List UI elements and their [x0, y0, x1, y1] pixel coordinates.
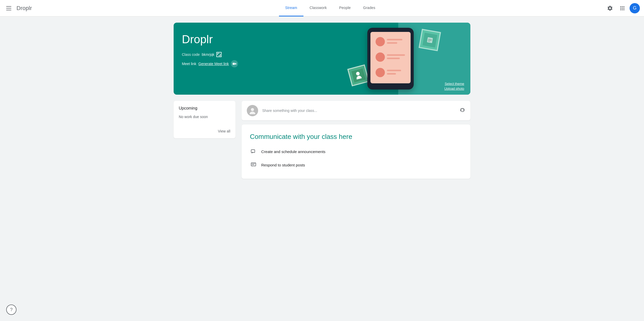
user-avatar[interactable]: G [630, 3, 640, 13]
communicate-title: Communicate with your class here [250, 133, 462, 141]
stamp-2-icon [419, 29, 441, 51]
help-button[interactable]: ? [6, 305, 16, 315]
settings-icon[interactable] [605, 3, 615, 13]
meet-icon[interactable] [231, 60, 238, 67]
meet-link-label: Meet link [182, 62, 196, 66]
banner-class-name: Droplr [182, 33, 238, 46]
banner-meet-link-row: Meet link Generate Meet link [182, 60, 238, 67]
refresh-icon[interactable] [460, 107, 465, 114]
upcoming-title: Upcoming [179, 106, 230, 111]
tab-stream[interactable]: Stream [279, 0, 303, 16]
respond-text: Respond to student posts [261, 163, 305, 167]
banner-text-area: Droplr Class code bkmrjqk Meet link Gene… [182, 33, 238, 67]
generate-meet-link[interactable]: Generate Meet link [198, 62, 229, 66]
svg-point-8 [623, 9, 624, 10]
svg-point-0 [620, 6, 621, 7]
phone-line-4 [387, 58, 400, 59]
expand-code-icon[interactable] [216, 52, 222, 57]
communicate-card: Communicate with your class here Create … [242, 124, 470, 179]
svg-rect-17 [251, 163, 256, 166]
tab-people[interactable]: People [333, 0, 357, 16]
banner-class-code-row: Class code bkmrjqk [182, 52, 238, 57]
upload-photo-button[interactable]: Upload photo [444, 87, 464, 91]
menu-button[interactable] [4, 4, 13, 12]
share-input[interactable]: Share something with your class... [262, 109, 455, 113]
svg-point-3 [620, 8, 621, 9]
apps-icon[interactable] [617, 3, 628, 13]
upcoming-card: Upcoming No work due soon View all [174, 101, 235, 138]
app-title: Droplr [16, 5, 32, 12]
phone-line-5 [387, 70, 401, 71]
svg-point-15 [250, 112, 255, 114]
phone-illustration [367, 28, 414, 90]
header-left: Droplr [4, 4, 56, 12]
class-code-value[interactable]: bkmrjqk [202, 52, 214, 57]
svg-line-12 [428, 41, 430, 41]
announcement-text: Create and schedule announcements [261, 149, 325, 154]
announcement-icon [250, 148, 257, 155]
main-nav: Stream Classwork People Grades [56, 0, 605, 16]
phone-line-3 [387, 54, 405, 56]
svg-point-2 [623, 6, 624, 7]
svg-point-5 [623, 8, 624, 9]
svg-rect-13 [233, 63, 235, 65]
phone-avatar-3 [376, 68, 385, 77]
communicate-item-announcements: Create and schedule announcements [250, 148, 462, 155]
user-avatar-circle [247, 105, 258, 116]
svg-rect-16 [251, 150, 255, 153]
share-box[interactable]: Share something with your class... [242, 101, 470, 120]
respond-icon [250, 161, 257, 168]
select-theme-button[interactable]: Select theme [445, 82, 464, 86]
tab-classwork[interactable]: Classwork [303, 0, 333, 16]
upcoming-empty-message: No work due soon [179, 115, 230, 119]
stamp-1-icon [347, 64, 369, 86]
svg-point-1 [622, 6, 623, 7]
phone-screen [370, 32, 411, 83]
header-right: G [605, 3, 640, 13]
svg-point-14 [251, 108, 254, 111]
app-header: Droplr Stream Classwork People Grades [0, 0, 644, 16]
phone-line-6 [387, 73, 396, 75]
phone-avatar-2 [376, 52, 385, 62]
class-banner: Droplr Class code bkmrjqk Meet link Gene… [174, 23, 470, 95]
class-code-label: Class code [182, 52, 200, 57]
view-all-button[interactable]: View all [179, 129, 230, 133]
main-content: Droplr Class code bkmrjqk Meet link Gene… [167, 16, 477, 185]
svg-point-6 [620, 9, 621, 10]
stream-panel: Share something with your class... Comm [242, 101, 470, 179]
tab-grades[interactable]: Grades [357, 0, 382, 16]
phone-line-2 [387, 42, 397, 44]
communicate-items: Create and schedule announcements Respon… [250, 148, 462, 168]
svg-point-4 [622, 8, 623, 9]
phone-line-1 [387, 39, 402, 40]
communicate-item-student-posts: Respond to student posts [250, 161, 462, 168]
banner-bottom-actions: Select theme Upload photo [444, 82, 464, 91]
content-row: Upcoming No work due soon View all Share… [174, 101, 470, 179]
phone-avatar-1 [376, 37, 385, 46]
svg-point-7 [622, 9, 623, 10]
